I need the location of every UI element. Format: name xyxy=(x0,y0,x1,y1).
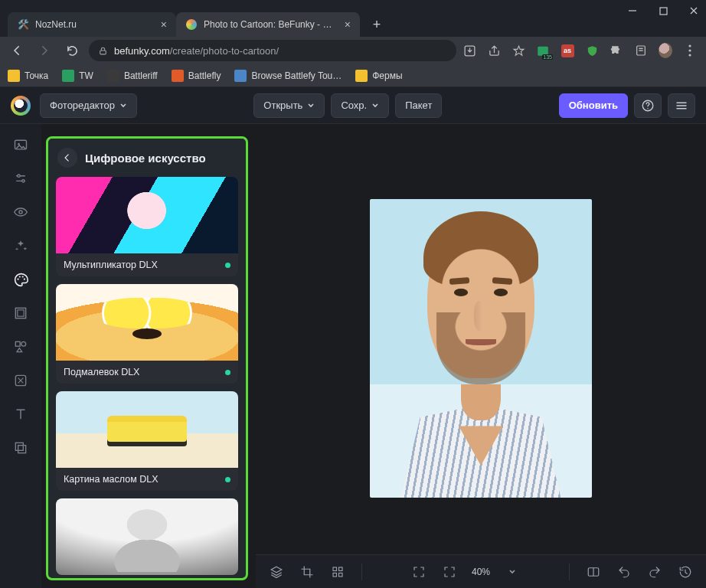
tool-pattern-icon[interactable] xyxy=(12,372,29,389)
effect-card-cartoonizer[interactable]: Мультипликатор DLX xyxy=(56,177,238,276)
tool-frame-icon[interactable] xyxy=(12,305,29,322)
maximize-icon[interactable] xyxy=(659,6,668,15)
grid-button[interactable] xyxy=(326,560,349,583)
svg-point-23 xyxy=(21,341,26,346)
main: Цифровое искусство Мультипликатор DLX По… xyxy=(0,124,706,588)
canvas[interactable] xyxy=(256,124,706,554)
menu-button[interactable] xyxy=(668,93,695,118)
share-icon[interactable] xyxy=(487,44,501,57)
close-icon[interactable]: × xyxy=(161,18,167,31)
svg-rect-22 xyxy=(15,341,20,346)
layers-button[interactable] xyxy=(265,560,288,583)
tab-noznet[interactable]: 🛠️ NozNet.ru × xyxy=(8,12,176,37)
sheet-icon xyxy=(62,70,74,82)
chevron-down-icon xyxy=(371,102,379,109)
minimize-icon[interactable] xyxy=(628,6,637,15)
close-window-icon[interactable] xyxy=(689,6,698,15)
tab-label: NozNet.ru xyxy=(35,19,155,30)
grid-icon xyxy=(331,565,345,579)
site-icon xyxy=(172,70,184,82)
reload-button[interactable] xyxy=(61,40,83,61)
tool-sliders-icon[interactable] xyxy=(12,170,29,187)
canvas-image[interactable] xyxy=(370,199,592,498)
redo-button[interactable] xyxy=(643,560,666,583)
tab-befunky[interactable]: Photo to Cartoon: BeFunky - Cart × xyxy=(176,12,360,37)
zoom-dropdown[interactable] xyxy=(501,560,524,583)
svg-point-13 xyxy=(18,175,20,177)
svg-rect-5 xyxy=(639,48,642,49)
wrench-icon: 🛠️ xyxy=(17,18,29,31)
close-icon[interactable]: × xyxy=(345,18,351,31)
window-controls xyxy=(628,6,698,15)
layers-icon xyxy=(270,565,283,579)
install-icon[interactable] xyxy=(462,44,476,57)
chevron-down-icon xyxy=(508,568,516,576)
fit-button[interactable] xyxy=(407,560,430,583)
lock-icon xyxy=(98,46,108,56)
bookmark-fermy[interactable]: Фермы xyxy=(355,70,402,82)
expand-button[interactable] xyxy=(438,560,461,583)
bookmarks-bar: Точка TW Battleriff Battlefly Browse Bat… xyxy=(0,64,706,87)
befunky-logo-icon[interactable] xyxy=(11,96,31,116)
svg-point-15 xyxy=(19,211,22,214)
undo-button[interactable] xyxy=(613,560,636,583)
svg-point-9 xyxy=(688,54,691,56)
panel-body[interactable]: Мультипликатор DLX Подмалевок DLX Картин… xyxy=(48,177,246,578)
tool-palette-icon[interactable] xyxy=(12,271,29,288)
forward-button[interactable] xyxy=(34,40,55,61)
canvas-area: 40% xyxy=(256,124,706,588)
tool-layers-icon[interactable] xyxy=(12,439,29,456)
editor-dropdown[interactable]: Фоторедактор xyxy=(40,93,137,118)
effect-card-sketch[interactable] xyxy=(56,498,238,575)
tool-shapes-icon[interactable] xyxy=(12,338,29,355)
tool-sparkles-icon[interactable] xyxy=(12,237,29,254)
effect-label: Картина маслом DLX xyxy=(64,474,159,485)
puzzle-ext-icon[interactable] xyxy=(610,44,623,57)
compare-button[interactable] xyxy=(582,560,605,583)
tool-eye-icon[interactable] xyxy=(12,204,29,220)
url-input[interactable]: befunky.com/create/photo-to-cartoon/ xyxy=(89,40,456,61)
svg-point-8 xyxy=(688,49,691,51)
tab-label: Photo to Cartoon: BeFunky - Cart xyxy=(204,19,338,30)
crop-button[interactable] xyxy=(296,560,319,583)
save-button[interactable]: Сохр. xyxy=(331,93,389,118)
svg-point-16 xyxy=(17,278,18,279)
avatar[interactable] xyxy=(659,44,672,57)
upgrade-button[interactable]: Обновить xyxy=(559,93,628,118)
effects-panel: Цифровое искусство Мультипликатор DLX По… xyxy=(46,136,248,580)
bookmark-tochka[interactable]: Точка xyxy=(8,70,48,82)
bookmark-tw[interactable]: TW xyxy=(62,70,93,82)
folder-icon xyxy=(8,70,20,82)
chrome-menu-icon[interactable] xyxy=(683,44,697,57)
effect-label: Мультипликатор DLX xyxy=(64,260,158,270)
fit-icon xyxy=(412,565,426,579)
svg-point-19 xyxy=(23,278,25,279)
help-icon xyxy=(641,99,655,113)
bookmark-battleriff[interactable]: Battleriff xyxy=(107,70,158,82)
new-tab-button[interactable]: + xyxy=(366,14,387,35)
back-button[interactable] xyxy=(6,40,28,61)
svg-rect-28 xyxy=(339,567,343,571)
redo-icon xyxy=(648,565,662,579)
help-button[interactable] xyxy=(634,93,662,118)
open-button[interactable]: Открыть xyxy=(253,93,325,118)
effect-thumbnail xyxy=(56,498,238,575)
tool-text-icon[interactable] xyxy=(12,406,29,423)
batch-button[interactable]: Пакет xyxy=(395,93,442,118)
svg-rect-26 xyxy=(18,446,26,453)
bookmark-battlefy[interactable]: Browse Battlefy Tou… xyxy=(234,70,342,82)
panel-back-button[interactable] xyxy=(57,148,77,168)
svg-rect-0 xyxy=(660,8,667,15)
effect-card-oil[interactable]: Картина маслом DLX xyxy=(56,391,238,491)
history-button[interactable] xyxy=(674,560,697,583)
svg-rect-27 xyxy=(333,567,337,571)
tool-image-icon[interactable] xyxy=(12,136,29,153)
star-icon[interactable] xyxy=(512,44,525,57)
reader-ext-icon[interactable] xyxy=(634,44,648,57)
svg-point-17 xyxy=(18,276,20,277)
lastfm-ext-icon[interactable]: as xyxy=(561,44,574,57)
bookmark-battlefly[interactable]: Battlefly xyxy=(172,70,221,82)
shield-ext-icon[interactable] xyxy=(585,44,599,57)
calendar-ext-icon[interactable]: 135 xyxy=(536,44,550,57)
effect-card-underpaint[interactable]: Подмалевок DLX xyxy=(56,284,238,384)
